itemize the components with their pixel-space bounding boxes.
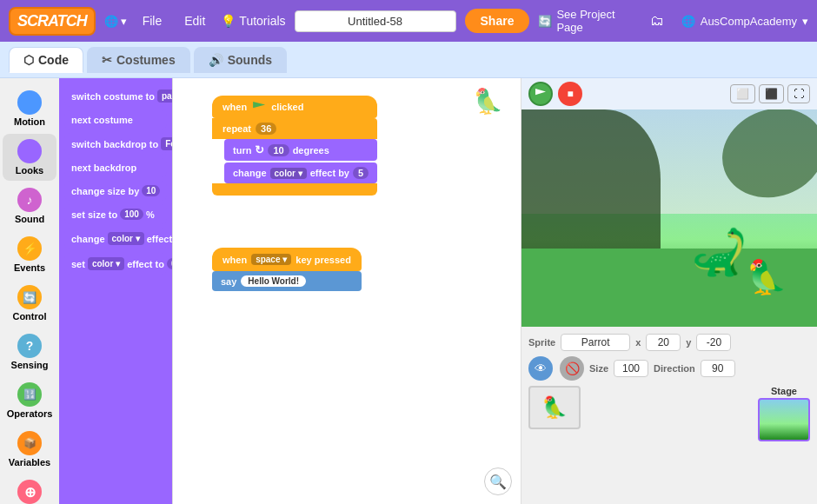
x-label: x [635,337,641,348]
backdrop-dropdown[interactable]: Forest ▾ [161,137,172,150]
see-project-button[interactable]: 🔄 See Project Page [538,8,637,34]
clicked-text: clicked [271,102,303,112]
sidebar-item-motion[interactable]: Motion [3,85,56,132]
share-button[interactable]: Share [465,9,530,33]
block-set-size[interactable]: set size to 100 % [64,204,167,224]
x-value[interactable]: 20 [646,334,681,351]
parrot-thumbnail[interactable]: 🦜 [528,386,581,429]
say-value: Hello World! [241,275,306,287]
sprite-controls-row: 👁 🚫 Size 100 Direction 90 [528,356,810,381]
costumes-tab-label: Costumes [116,53,176,67]
parrot-thumb-container: 🦜 [528,386,581,429]
y-label: y [686,337,691,348]
green-flag-button[interactable] [528,82,553,106]
sidebar-item-sound[interactable]: ♪ Sound [3,182,56,229]
effect-value: 5 [353,167,369,179]
effect-type-dropdown[interactable]: color ▾ [108,232,144,245]
green-flag-shape [253,102,265,112]
zoom-icon: 🔍 [489,474,507,490]
refresh-icon: 🔄 [538,15,552,28]
direction-label: Direction [654,363,695,374]
script-group-1: when clicked repeat 36 turn ↻ 10 degrees… [212,96,377,196]
username-label: AusCompAcademy [701,15,797,28]
script-group-2: when space ▾ key pressed say Hello World… [212,248,362,291]
costume-dropdown[interactable]: parrot-b ▾ [157,90,172,103]
key-dropdown[interactable]: space ▾ [251,254,291,265]
block-say[interactable]: say Hello World! [212,271,362,291]
large-stage-button[interactable]: ⬛ [759,84,784,103]
sound-label: Sound [15,214,44,224]
block-set-color-effect[interactable]: set color ▾ effect to 0 [64,253,167,275]
y-value[interactable]: -20 [696,334,731,351]
hide-sprite-button[interactable]: 🚫 [560,356,584,381]
tab-code[interactable]: ⬡ Code [9,47,83,73]
block-switch-backdrop[interactable]: switch backdrop to Forest ▾ [64,133,167,155]
costumes-tab-icon: ✂ [102,53,112,67]
repeat-value: 36 [256,123,276,135]
globe-icon: 🌐 [104,15,118,28]
stage-controls: ■ ⬜ ⬛ ⛶ [521,78,817,109]
sounds-tab-label: Sounds [228,53,272,67]
block-change-size[interactable]: change size by 10 [64,181,167,201]
sensing-label: Sensing [11,360,49,370]
block-change-effect[interactable]: change color ▾ effect by 5 [224,162,377,183]
repeat-end [212,183,377,196]
block-repeat[interactable]: repeat 36 [212,118,377,139]
sidebar-item-control[interactable]: 🔄 Control [3,280,56,327]
tab-sounds[interactable]: 🔊 Sounds [194,47,287,73]
myblocks-dot: ⊕ [17,480,42,504]
project-name-input[interactable] [295,10,456,32]
set-effect-dropdown[interactable]: color ▾ [88,257,124,270]
sidebar-item-events[interactable]: ⚡ Events [3,231,56,278]
block-when-flag[interactable]: when clicked [212,96,377,118]
show-sprite-button[interactable]: 👁 [528,356,553,381]
looks-label: Looks [16,165,43,176]
sprite-name-value[interactable]: Parrot [561,334,630,351]
tutorials-button[interactable]: 💡 Tutorials [221,14,285,28]
control-label: Control [12,311,46,322]
stage-thumbnail[interactable] [758,398,810,441]
turn-value: 10 [268,144,289,156]
code-tab-icon: ⬡ [23,53,34,67]
fullscreen-button[interactable]: ⛶ [787,84,810,103]
block-next-backdrop[interactable]: next backdrop [64,158,167,177]
edit-menu[interactable]: Edit [177,14,212,28]
tab-costumes[interactable]: ✂ Costumes [87,47,190,73]
looks-dot [17,139,42,163]
block-switch-costume[interactable]: switch costume to parrot-b ▾ [64,85,167,107]
small-stage-button[interactable]: ⬜ [730,84,755,103]
sidebar-item-looks[interactable]: Looks [3,134,56,181]
sprite-thumbnail-hint: 🦜 [473,87,503,116]
size-label: Size [589,363,608,374]
rotate-icon: ↻ [255,143,264,156]
block-when-key[interactable]: when space ▾ key pressed [212,248,362,271]
stage-thumbnails-row: 🦜 Stage [528,386,810,441]
globe-button[interactable]: 🌐 ▾ [104,15,127,28]
stage-area: ■ ⬜ ⬛ ⛶ 🦕 🦜 Sprite [521,78,817,504]
sidebar-item-sensing[interactable]: ? Sensing [3,328,56,375]
events-dot: ⚡ [17,236,42,261]
user-globe-icon: 🌐 [681,15,695,28]
main-area: Motion Looks ♪ Sound ⚡ Events 🔄 Control … [0,78,817,504]
sprite-info-panel: Sprite Parrot x 20 y -20 👁 🚫 Size 100 Di… [521,327,817,504]
zoom-button[interactable]: 🔍 [484,468,512,495]
block-turn[interactable]: turn ↻ 10 degrees [224,139,377,161]
script-area[interactable]: 🦜 when clicked repeat 36 turn ↻ 10 degre… [172,78,521,504]
blocks-palette: switch costume to parrot-b ▾ next costum… [59,78,172,504]
operators-dot: 🔢 [17,382,42,407]
sprite-name-row: Sprite Parrot x 20 y -20 [528,334,810,351]
size-value[interactable]: 100 [614,360,648,377]
category-sidebar: Motion Looks ♪ Sound ⚡ Events 🔄 Control … [0,78,59,504]
folder-icon[interactable]: 🗂 [650,13,664,29]
block-change-color-effect[interactable]: change color ▾ effect by 25 [64,228,167,249]
color-effect-dd[interactable]: color ▾ [270,168,307,179]
stop-button[interactable]: ■ [558,82,582,106]
block-next-costume[interactable]: next costume [64,110,167,129]
motion-label: Motion [14,116,45,127]
sidebar-item-variables[interactable]: 📦 Variables [3,426,56,473]
user-menu[interactable]: 🌐 AusCompAcademy ▾ [681,15,808,28]
direction-value[interactable]: 90 [701,360,735,377]
file-menu[interactable]: File [136,14,169,28]
sidebar-item-operators[interactable]: 🔢 Operators [3,377,56,424]
sidebar-item-myblocks[interactable]: ⊕ My Blocks [3,474,56,504]
